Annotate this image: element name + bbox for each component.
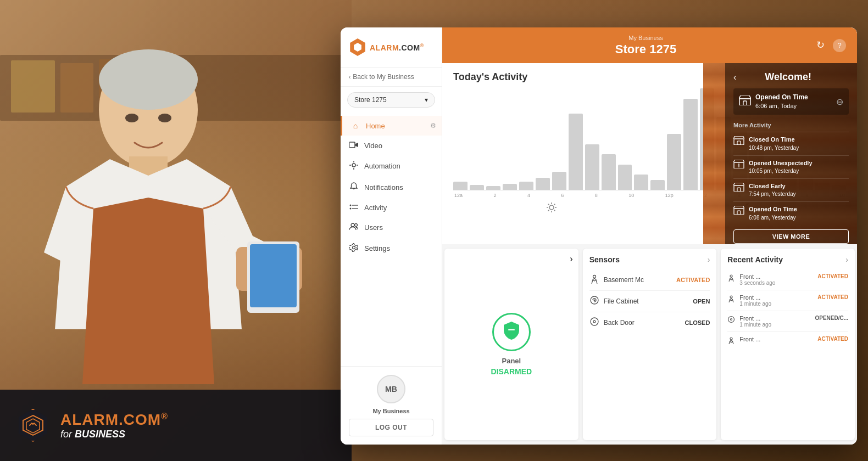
header-subtitle: My Business (475, 35, 816, 41)
svg-point-24 (350, 205, 352, 206)
svg-point-53 (593, 276, 596, 278)
svg-line-36 (548, 204, 549, 205)
recent-status-2: ACTIVATED (817, 294, 848, 300)
activity-item-1: Closed On Time 10:48 pm, Yesterday (733, 132, 849, 155)
welcome-header: ‹ Welcome! (733, 71, 849, 83)
bar (618, 165, 632, 190)
svg-rect-15 (349, 142, 355, 148)
avatar-label: My Business (372, 408, 409, 414)
motion-sensor-icon (589, 274, 599, 286)
sidebar-item-settings[interactable]: Settings (341, 238, 442, 259)
sun-icon[interactable] (547, 203, 557, 215)
sidebar-item-automation[interactable]: Automation (341, 155, 442, 177)
svg-point-56 (593, 300, 595, 301)
panel-label: Panel (502, 357, 521, 365)
automation-icon (349, 161, 359, 171)
sidebar-item-video[interactable]: Video (341, 136, 442, 155)
svg-rect-10 (250, 244, 297, 307)
activity-item-3: Closed Early 7:54 pm, Yesterday (733, 178, 849, 201)
bar (519, 182, 533, 190)
svg-rect-41 (743, 101, 747, 105)
recent-status-3: OPENED/C... (815, 315, 848, 321)
svg-point-59 (730, 275, 732, 277)
svg-rect-2 (11, 60, 55, 113)
svg-point-61 (728, 317, 735, 323)
panel-chevron[interactable]: › (570, 254, 572, 264)
sidebar-item-home[interactable]: ⌂ Home ⚙ (341, 116, 442, 136)
recent-info-4: Front ... (739, 336, 813, 342)
contact-sensor-icon (589, 295, 599, 307)
bar (453, 182, 468, 190)
panel-card: › Panel DISARMED (444, 249, 578, 440)
recent-activity-title: Recent Activity (727, 255, 783, 264)
back-arrow-icon: ‹ (349, 74, 350, 80)
svg-point-63 (730, 338, 732, 340)
recent-status-4: ACTIVATED (817, 336, 848, 342)
shield-circle (492, 313, 531, 351)
store-icon (739, 95, 751, 108)
sidebar-item-users[interactable]: Users (341, 217, 442, 238)
welcome-main-event: Opened On Time 6:06 am, Today ⊖ (733, 88, 849, 115)
recent-motion-icon-4 (727, 336, 735, 346)
sidebar-item-activity[interactable]: Activity (341, 198, 442, 217)
recent-time-3: 1 minute ago (739, 322, 810, 328)
welcome-back-chevron[interactable]: ‹ (733, 72, 736, 82)
logout-button[interactable]: LOG OUT (349, 419, 433, 436)
header-icons: ↻ ? (816, 39, 846, 52)
bell-icon (349, 182, 359, 192)
svg-rect-40 (739, 99, 750, 105)
back-to-business-link[interactable]: ‹ Back to My Business (341, 68, 442, 87)
logo-icon (349, 38, 366, 56)
svg-line-37 (554, 210, 555, 211)
recent-row-3: Front ... 1 minute ago OPENED/C... (727, 311, 848, 332)
recent-info-2: Front ... 1 minute ago (739, 294, 813, 307)
view-more-button[interactable]: VIEW MORE (733, 229, 849, 244)
refresh-icon[interactable]: ↻ (816, 39, 825, 52)
svg-point-17 (352, 164, 355, 167)
svg-point-29 (355, 224, 358, 227)
sensor-status-3: CLOSED (685, 319, 710, 326)
store-opened-icon (733, 206, 744, 217)
svg-rect-50 (734, 209, 744, 215)
bar (503, 184, 517, 190)
svg-point-30 (353, 246, 355, 249)
recent-name-3: Front ... (739, 315, 810, 322)
store-unexpected-icon (733, 160, 744, 171)
activity-item-2: Opened Unexpectedly 10:05 pm, Yesterday (733, 155, 849, 178)
chevron-down-icon: ▾ (425, 96, 428, 104)
gear-icon[interactable]: ⚙ (430, 122, 436, 130)
recent-activity-chevron[interactable]: › (845, 255, 848, 264)
svg-rect-3 (60, 63, 93, 113)
logo-text: ALARM.COM® (370, 43, 424, 52)
help-icon[interactable]: ? (833, 39, 846, 52)
sensor-status-2: OPEN (693, 298, 710, 305)
activity-text-2: Opened Unexpectedly 10:05 pm, Yesterday (749, 159, 813, 175)
recent-name-2: Front ... (739, 294, 813, 301)
video-icon (349, 141, 359, 150)
sensor-row-1: Basement Mc ACTIVATED (589, 269, 710, 291)
sensors-chevron[interactable]: › (708, 255, 710, 264)
sensor-left-1: Basement Mc (589, 274, 644, 286)
recent-motion-icon-1 (727, 274, 735, 283)
bottom-brand-bar: ALARM.COM® for BUSINESS (0, 390, 352, 461)
activity-text-1: Closed On Time 10:48 pm, Yesterday (749, 136, 799, 151)
sensor-name-2: File Cabinet (604, 297, 639, 305)
sensor-name-1: Basement Mc (604, 276, 644, 284)
sensor-row-3: Back Door CLOSED (589, 312, 710, 333)
sidebar: ALARM.COM® ‹ Back to My Business Store 1… (341, 27, 442, 445)
sidebar-item-notifications[interactable]: Notifications (341, 177, 442, 198)
brand-text-group: ALARM.COM® for BUSINESS (60, 411, 168, 440)
recent-activity-list: Front ... 3 seconds ago ACTIVATED Front … (727, 269, 848, 350)
home-icon: ⌂ (350, 121, 360, 130)
dismiss-icon[interactable]: ⊖ (836, 97, 843, 107)
sidebar-nav: ⌂ Home ⚙ Video Automation Notif (341, 113, 442, 366)
header-main-title: Store 1275 (475, 42, 816, 57)
users-icon (349, 223, 359, 232)
store-selector[interactable]: Store 1275 ▾ (347, 92, 435, 108)
recent-motion-icon-2 (727, 295, 735, 304)
bottom-sections: › Panel DISARMED Sensors › (442, 244, 857, 445)
main-content: My Business Store 1275 ↻ ? Today's Activ… (442, 27, 857, 445)
svg-rect-52 (508, 329, 515, 330)
svg-point-6 (99, 49, 198, 110)
brand-name: ALARM.COM® (60, 411, 168, 429)
